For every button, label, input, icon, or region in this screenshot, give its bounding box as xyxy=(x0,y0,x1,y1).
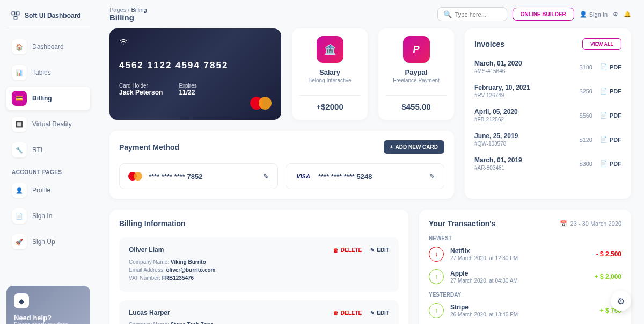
brand-logo[interactable]: Soft UI Dashboard xyxy=(6,9,90,28)
online-builder-button[interactable]: ONLINE BUILDER xyxy=(513,8,574,21)
invoice-pdf-link[interactable]: 📄PDF xyxy=(600,63,621,70)
page-title: Billing xyxy=(109,13,147,22)
stat-title: Salary xyxy=(299,68,360,76)
nav-icon: 🔧 xyxy=(12,142,27,157)
wifi-icon xyxy=(119,38,272,47)
delete-button[interactable]: 🗑DELETE xyxy=(333,247,362,253)
notifications-icon[interactable]: 🔔 xyxy=(624,11,631,18)
billing-company: Company Name: Viking Burrito xyxy=(129,259,389,265)
sidebar-item-tables[interactable]: 📊Tables xyxy=(6,61,90,84)
breadcrumb: Pages / Billing xyxy=(109,6,147,13)
gear-icon: ⚙ xyxy=(617,296,625,306)
mastercard-icon xyxy=(250,96,272,110)
transactions-card: Your Transaction's 📅23 - 30 March 2020 N… xyxy=(419,210,631,324)
trash-icon: 🗑 xyxy=(333,310,339,316)
invoice-amount: $560 xyxy=(580,112,592,119)
stat-card-salary: 🏦 Salary Belong Interactive +$2000 xyxy=(292,28,368,120)
card-expires: 11/22 xyxy=(179,89,196,96)
invoice-date: April, 05, 2020 xyxy=(474,108,518,116)
paypal-icon: P xyxy=(403,36,430,63)
invoice-date: June, 25, 2019 xyxy=(474,132,518,140)
sidebar-item-sign-up[interactable]: 🚀Sign Up xyxy=(6,230,90,254)
nav-label: Tables xyxy=(32,69,51,76)
nav-icon: 📄 xyxy=(12,208,27,224)
tr-section-newest: NEWEST xyxy=(429,235,621,241)
sidebar-item-billing[interactable]: 💳Billing xyxy=(6,87,90,110)
stat-subtitle: Belong Interactive xyxy=(299,77,360,83)
nav-label: RTL xyxy=(32,146,44,154)
settings-icon[interactable]: ⚙ xyxy=(613,11,618,18)
invoice-pdf-link[interactable]: 📄PDF xyxy=(600,112,621,119)
sidebar-item-rtl[interactable]: 🔧RTL xyxy=(6,138,90,162)
svg-rect-0 xyxy=(12,12,14,15)
edit-button[interactable]: ✎EDIT xyxy=(370,310,389,316)
sign-in-link[interactable]: 👤Sign In xyxy=(580,11,608,18)
invoice-date: March, 01, 2019 xyxy=(474,156,522,164)
invoice-item: March, 01, 2019#AR-803481$300📄PDF xyxy=(474,156,621,171)
edit-button[interactable]: ✎EDIT xyxy=(370,247,389,253)
billing-item: Oliver Liam🗑DELETE✎EDITCompany Name: Vik… xyxy=(119,237,399,292)
credit-card: 4562 1122 4594 7852 Card Holder Jack Pet… xyxy=(109,28,281,120)
stat-subtitle: Freelance Payment xyxy=(386,77,447,83)
sidebar-item-virtual-reality[interactable]: 🔲Virtual Reality xyxy=(6,112,90,136)
calendar-icon: 📅 xyxy=(560,220,567,227)
invoice-amount: $250 xyxy=(580,88,592,95)
svg-rect-1 xyxy=(17,12,19,15)
nav-label: Sign In xyxy=(32,212,52,220)
transaction-item: ↓Netflix27 March 2020, at 12:30 PM- $ 2,… xyxy=(429,247,621,262)
sidebar-item-profile[interactable]: 👤Profile xyxy=(6,178,90,202)
add-card-button[interactable]: +ADD NEW CARD xyxy=(384,140,444,154)
invoice-amount: $120 xyxy=(580,136,592,143)
nav-label: Billing xyxy=(32,95,52,102)
view-all-button[interactable]: VIEW ALL xyxy=(582,38,621,50)
pencil-icon: ✎ xyxy=(370,310,375,316)
billing-company: Company Name: Stone Tech Zone xyxy=(129,322,389,324)
transaction-name: Stripe xyxy=(450,304,518,311)
invoice-id: #RV-126749 xyxy=(474,92,530,98)
card-expires-label: Expires xyxy=(179,83,196,89)
edit-icon[interactable]: ✎ xyxy=(429,172,435,181)
invoice-date: March, 01, 2020 xyxy=(474,60,522,67)
pdf-icon: 📄 xyxy=(600,63,608,70)
card-number: 4562 1122 4594 7852 xyxy=(119,60,272,71)
breadcrumb-root[interactable]: Pages xyxy=(109,6,126,13)
invoice-pdf-link[interactable]: 📄PDF xyxy=(600,136,621,143)
transaction-time: 27 March 2020, at 12:30 PM xyxy=(450,255,518,261)
nav-icon: 🔲 xyxy=(12,117,27,132)
card-masked: **** **** **** 7852 xyxy=(149,172,257,181)
billing-email: Email Address: oliver@burrito.com xyxy=(129,267,389,273)
invoice-id: #FB-212562 xyxy=(474,117,518,123)
sidebar-item-dashboard[interactable]: 🏠Dashboard xyxy=(6,35,90,59)
search-box[interactable]: 🔍 xyxy=(437,7,507,21)
stat-value: $455.00 xyxy=(386,95,447,111)
edit-icon[interactable]: ✎ xyxy=(263,172,269,181)
invoice-pdf-link[interactable]: 📄PDF xyxy=(600,88,621,95)
pdf-icon: 📄 xyxy=(600,88,608,95)
transaction-name: Apple xyxy=(450,270,518,277)
invoice-amount: $300 xyxy=(580,161,592,167)
invoice-amount: $180 xyxy=(580,64,592,70)
svg-rect-2 xyxy=(14,17,17,19)
nav-icon: 📊 xyxy=(12,65,27,80)
search-icon: 🔍 xyxy=(443,10,452,18)
invoice-pdf-link[interactable]: 📄PDF xyxy=(600,160,621,167)
invoices-card: Invoices VIEW ALL March, 01, 2020#MS-415… xyxy=(465,28,631,199)
search-input[interactable] xyxy=(455,11,501,18)
billing-name: Lucas Harper xyxy=(129,309,170,316)
settings-fab[interactable]: ⚙ xyxy=(611,291,631,311)
pdf-icon: 📄 xyxy=(600,160,608,167)
card-holder-label: Card Holder xyxy=(119,83,163,89)
sidebar-item-sign-in[interactable]: 📄Sign In xyxy=(6,204,90,228)
help-title: Need help? xyxy=(14,314,83,322)
visa-icon: VISA xyxy=(295,173,312,179)
arrow-up-icon: ↑ xyxy=(429,303,444,318)
help-card: ◆ Need help? Please check our docs DOCUM… xyxy=(6,286,90,324)
transaction-amount: + $ 2,000 xyxy=(595,273,621,280)
transactions-range: 📅23 - 30 March 2020 xyxy=(560,220,621,227)
help-subtitle: Please check our docs xyxy=(14,322,83,324)
billing-name: Oliver Liam xyxy=(129,246,164,254)
delete-button[interactable]: 🗑DELETE xyxy=(333,310,362,316)
stat-title: Paypal xyxy=(386,68,447,76)
invoice-item: February, 10, 2021#RV-126749$250📄PDF xyxy=(474,84,621,98)
nav-icon: 🚀 xyxy=(12,234,27,249)
